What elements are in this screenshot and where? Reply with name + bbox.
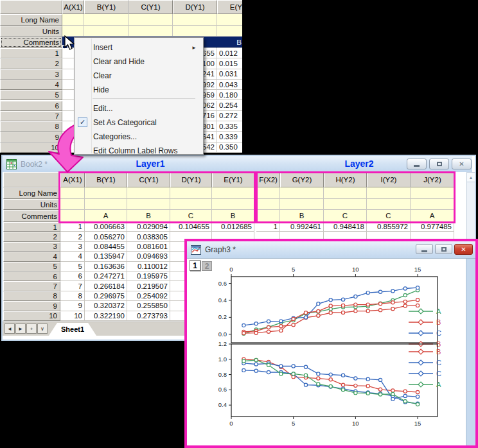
menu-item-hide[interactable]: Hide [75, 83, 201, 97]
book2-row-header[interactable]: 8 [3, 291, 60, 301]
book2-row-header[interactable]: 1 [3, 222, 60, 232]
book2-data-cell[interactable]: 4 [60, 252, 85, 261]
book2-data-cell[interactable]: 7 [60, 281, 85, 291]
book2-data-cell[interactable]: 0.012685 [212, 222, 254, 232]
book2-column-header-F(X2)[interactable]: F(X2) [256, 172, 280, 187]
book2-data-cell[interactable]: 0.322190 [85, 311, 127, 321]
book2-data-cell[interactable]: 0.296975 [85, 291, 127, 301]
row-header[interactable]: 3 [0, 69, 62, 80]
data-cell[interactable]: 0.012 [217, 48, 242, 58]
row-header[interactable]: 1 [0, 48, 62, 58]
data-cell[interactable]: 0.339 [217, 132, 242, 142]
menu-item-categories-[interactable]: Categories... [75, 130, 201, 144]
next-sheet-button[interactable]: ► [15, 323, 26, 334]
book2-data-cell[interactable]: 10 [60, 311, 85, 321]
menu-item-clear[interactable]: Clear [75, 69, 201, 83]
column-header-A(X1)[interactable]: A(X1) [62, 0, 84, 14]
graph3-restore-button[interactable] [435, 244, 452, 254]
book2-column-header-J(Y2)[interactable]: J(Y2) [411, 172, 454, 187]
book2-row-header[interactable]: 10 [3, 311, 60, 321]
data-cell[interactable]: 0.350 [217, 142, 242, 153]
book2-column-header-D(Y1)[interactable]: D(Y1) [170, 172, 212, 187]
book2-data-cell[interactable]: 0.320372 [85, 301, 127, 311]
row-label-long-name[interactable]: Long Name [0, 14, 62, 26]
book2-minimize-button[interactable] [407, 159, 427, 169]
book2-data-cell[interactable]: 0.977485 [411, 222, 454, 232]
book2-data-cell[interactable]: 6 [60, 271, 85, 281]
column-header-E(Y1)[interactable]: E(Y1) [217, 0, 242, 14]
book2-row-header[interactable]: 2 [3, 232, 60, 241]
prev-sheet-button[interactable]: ◄ [4, 323, 15, 334]
menu-item-edit-[interactable]: Edit... [75, 101, 201, 116]
book2-data-cell[interactable]: 8 [60, 291, 85, 301]
sheet-list-button[interactable]: ∨ [37, 323, 48, 334]
row-header[interactable]: 4 [0, 80, 62, 90]
book2-data-cell[interactable]: 0.247271 [85, 271, 127, 281]
book2-data-cell[interactable]: 0.992461 [280, 222, 324, 232]
book2-data-cell[interactable]: 0.135947 [85, 252, 127, 261]
book2-data-cell[interactable]: 0.056270 [85, 232, 127, 241]
book2-column-header-H(Y2)[interactable]: H(Y2) [324, 172, 367, 187]
column-header-B(Y1)[interactable]: B(Y1) [84, 0, 128, 14]
book2-data-cell[interactable]: 0.163636 [85, 262, 127, 271]
row-label-units[interactable]: Units [0, 26, 62, 37]
menu-item-edit-column-label-rows[interactable]: Edit Column Label Rows [75, 144, 201, 155]
book2-data-cell[interactable]: 2 [60, 232, 85, 241]
data-cell[interactable]: 0.180 [217, 90, 242, 100]
data-cell[interactable]: 0.031 [217, 69, 242, 80]
book2-data-cell[interactable]: 0.273793 [127, 311, 170, 321]
book2-row-header[interactable]: 6 [3, 271, 60, 281]
book2-column-header-E(Y1)[interactable]: E(Y1) [212, 172, 254, 187]
book2-column-header-G(Y2)[interactable]: G(Y2) [280, 172, 324, 187]
book2-data-cell[interactable]: 3 [60, 242, 85, 252]
book2-data-cell[interactable]: 0.948418 [324, 222, 367, 232]
book2-data-cell[interactable]: 0.195975 [127, 271, 170, 281]
data-cell[interactable]: 0.254 [217, 101, 242, 111]
row-header[interactable]: 5 [0, 90, 62, 100]
book2-row-header[interactable]: 4 [3, 252, 60, 261]
data-cell[interactable]: 0.335 [217, 121, 242, 132]
menu-item-set-as-categorical[interactable]: Set As Categorical✓ [75, 116, 201, 130]
book2-data-cell[interactable]: 0.006663 [85, 222, 127, 232]
book2-column-header-C(Y1)[interactable]: C(Y1) [127, 172, 170, 187]
row-label-comments[interactable]: Comments [0, 37, 62, 48]
book2-row-label-comments[interactable]: Comments [3, 210, 60, 222]
book2-data-cell[interactable]: 0.038305 [127, 232, 170, 241]
book2-data-cell[interactable]: 9 [60, 301, 85, 311]
menu-item-insert[interactable]: Insert► [75, 40, 201, 55]
add-sheet-button[interactable]: + [26, 323, 37, 334]
row-header[interactable]: 2 [0, 58, 62, 69]
book2-data-cell[interactable]: 0.855972 [367, 222, 411, 232]
book2-data-cell[interactable]: 1 [60, 222, 85, 232]
data-cell[interactable]: 0.015 [217, 58, 242, 69]
book2-row-label-long-name[interactable]: Long Name [3, 187, 60, 199]
data-cell[interactable]: 0.272 [217, 111, 242, 121]
book2-data-cell[interactable]: 0.110012 [127, 262, 170, 271]
row-header[interactable]: 6 [0, 101, 62, 111]
book2-data-cell[interactable]: 1 [256, 222, 280, 232]
book2-column-header-I(Y2)[interactable]: I(Y2) [367, 172, 411, 187]
book2-data-cell[interactable]: 0.081601 [127, 242, 170, 252]
book2-data-cell[interactable]: 0.255850 [127, 301, 170, 311]
book2-data-cell[interactable]: 0.029094 [127, 222, 170, 232]
menu-item-clear-and-hide[interactable]: Clear and Hide [75, 55, 201, 69]
book2-data-cell[interactable]: 0.104655 [170, 222, 212, 232]
sheet-tab[interactable]: Sheet1 [49, 323, 96, 336]
book2-data-cell[interactable]: 0.084455 [85, 242, 127, 252]
book2-row-header[interactable]: 9 [3, 301, 60, 311]
book2-data-cell[interactable]: 0.254092 [127, 291, 170, 301]
column-header-D(Y1)[interactable]: D(Y1) [173, 0, 217, 14]
graph3-minimize-button[interactable] [416, 244, 433, 254]
book2-data-cell[interactable]: 0.219507 [127, 281, 170, 291]
book2-row-label-units[interactable]: Units [3, 199, 60, 210]
data-cell[interactable]: 0.043 [217, 80, 242, 90]
column-header-C(Y1)[interactable]: C(Y1) [128, 0, 173, 14]
book2-close-button[interactable]: ✕ [452, 159, 472, 169]
graph3-scrollbar[interactable] [466, 259, 476, 446]
book2-data-cell[interactable]: 0.266184 [85, 281, 127, 291]
book2-data-cell[interactable]: 0.094693 [127, 252, 170, 261]
book2-row-header[interactable]: 5 [3, 262, 60, 271]
book2-row-header[interactable]: 7 [3, 281, 60, 291]
graph3-close-button[interactable]: ✕ [454, 244, 473, 255]
book2-data-cell[interactable]: 5 [60, 262, 85, 271]
